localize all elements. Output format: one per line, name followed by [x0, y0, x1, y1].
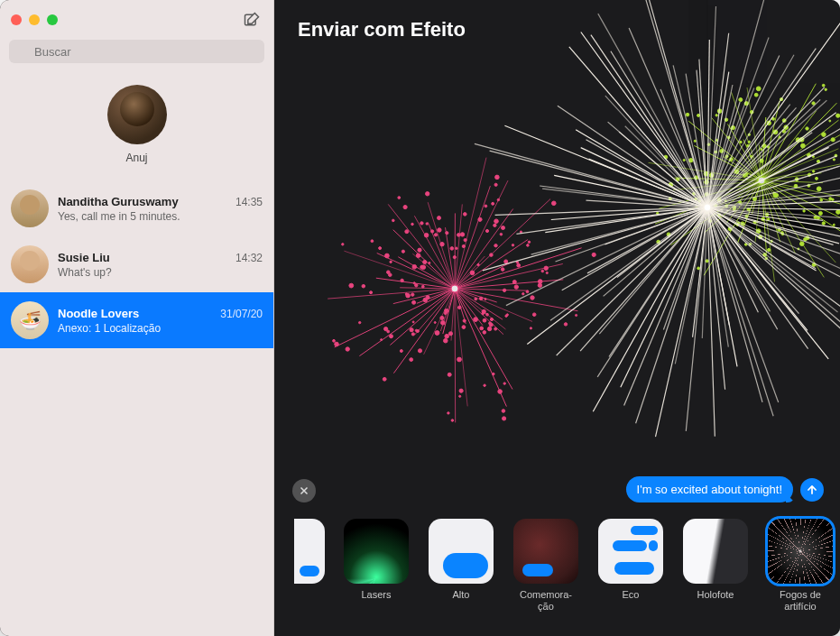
svg-line-471 — [644, 0, 707, 207]
conversation-time: 14:35 — [235, 196, 263, 208]
svg-point-354 — [485, 229, 488, 232]
svg-line-199 — [455, 289, 532, 321]
svg-line-437 — [587, 207, 707, 273]
svg-line-444 — [516, 207, 707, 234]
svg-line-440 — [605, 207, 707, 244]
svg-line-393 — [707, 207, 839, 244]
svg-line-315 — [388, 204, 455, 289]
fullscreen-window-button[interactable] — [47, 14, 58, 25]
effect-item-comemoracao[interactable]: Comemora- ção — [512, 519, 579, 613]
svg-point-252 — [410, 358, 413, 362]
svg-line-150 — [762, 132, 780, 180]
svg-point-88 — [706, 192, 709, 196]
svg-point-180 — [813, 171, 815, 172]
pinned-conversation[interactable]: Anuj — [0, 72, 273, 180]
svg-line-166 — [762, 120, 839, 180]
svg-point-298 — [385, 253, 390, 258]
effect-title: Enviar com Efeito — [298, 18, 466, 41]
pinned-name: Anuj — [125, 152, 147, 164]
svg-line-319 — [414, 216, 455, 289]
svg-point-313 — [392, 219, 395, 222]
svg-point-153 — [779, 136, 780, 138]
svg-line-409 — [707, 207, 758, 312]
svg-point-317 — [411, 223, 414, 226]
svg-line-363 — [455, 199, 550, 290]
svg-line-478 — [707, 6, 716, 207]
svg-line-423 — [636, 207, 707, 423]
svg-line-22 — [762, 180, 785, 202]
svg-line-506 — [707, 199, 840, 207]
effects-strip[interactable]: Lasers Alto Comemora- ção — [274, 510, 840, 636]
effect-label: Comemora- ção — [520, 589, 572, 613]
svg-line-30 — [762, 180, 824, 277]
svg-line-375 — [455, 248, 582, 289]
svg-point-362 — [490, 253, 494, 257]
svg-point-232 — [459, 389, 463, 392]
effect-item-holofote[interactable]: Holofote — [682, 519, 749, 613]
svg-line-339 — [455, 204, 462, 289]
close-effect-button[interactable] — [292, 479, 316, 502]
svg-point-148 — [782, 119, 786, 123]
svg-point-56 — [745, 215, 748, 217]
svg-point-387 — [451, 285, 458, 292]
conversation-item[interactable]: Nanditha Guruswamy 14:35 Yes, call me in… — [0, 180, 273, 236]
svg-point-250 — [444, 312, 447, 315]
svg-point-95 — [704, 171, 708, 176]
svg-point-322 — [426, 223, 428, 225]
svg-point-294 — [401, 279, 403, 281]
svg-point-278 — [423, 298, 428, 302]
minimize-window-button[interactable] — [29, 14, 40, 25]
svg-line-462 — [625, 126, 707, 207]
svg-point-124 — [731, 126, 734, 130]
svg-point-103 — [745, 173, 748, 176]
svg-point-273 — [333, 339, 336, 342]
conversation-preview: Yes, call me in 5 minutes. — [58, 210, 263, 223]
main-panel: Enviar com Efeito — [274, 0, 840, 636]
svg-line-162 — [762, 103, 836, 180]
svg-point-72 — [717, 214, 720, 217]
svg-line-231 — [455, 289, 467, 406]
svg-point-224 — [502, 410, 505, 413]
svg-line-396 — [707, 207, 840, 301]
svg-line-390 — [707, 207, 840, 237]
search-input[interactable] — [9, 40, 264, 63]
svg-point-113 — [730, 158, 734, 161]
svg-point-310 — [416, 253, 420, 258]
svg-point-189 — [522, 293, 524, 295]
svg-line-503 — [707, 171, 840, 207]
svg-point-175 — [817, 160, 819, 162]
svg-point-345 — [494, 183, 497, 186]
svg-point-177 — [835, 154, 837, 157]
svg-point-302 — [371, 240, 374, 243]
svg-point-318 — [403, 206, 407, 209]
conversation-item[interactable]: Susie Liu 14:32 What's up? — [0, 236, 273, 292]
svg-line-18 — [762, 180, 840, 232]
svg-point-49 — [756, 229, 761, 234]
svg-point-220 — [493, 373, 495, 375]
svg-line-291 — [376, 278, 455, 289]
svg-point-316 — [398, 197, 401, 199]
svg-line-402 — [707, 207, 840, 340]
svg-line-191 — [455, 289, 577, 311]
effect-item-lasers[interactable]: Lasers — [343, 519, 410, 613]
effect-item-fogos[interactable]: Fogos de artifício — [767, 519, 834, 613]
svg-point-340 — [464, 239, 466, 242]
close-window-button[interactable] — [11, 14, 22, 25]
svg-point-37 — [781, 233, 783, 235]
svg-point-84 — [657, 212, 659, 214]
conversation-item[interactable]: 🍜 Noodle Lovers 31/07/20 Anexo: 1 Locali… — [0, 292, 273, 348]
svg-point-47 — [763, 253, 767, 257]
svg-line-429 — [609, 207, 707, 357]
svg-point-200 — [505, 315, 507, 317]
send-button[interactable] — [800, 478, 824, 502]
svg-point-188 — [503, 289, 505, 291]
compose-button[interactable] — [241, 9, 263, 31]
avatar: 🍜 — [11, 301, 49, 339]
svg-line-102 — [734, 172, 762, 180]
effect-item-partial[interactable] — [294, 519, 325, 613]
effect-item-alto[interactable]: Alto — [428, 519, 494, 613]
svg-point-41 — [766, 213, 769, 216]
conversation-name: Nanditha Guruswamy — [58, 195, 179, 208]
svg-line-433 — [604, 207, 707, 296]
effect-item-eco[interactable]: Eco — [597, 519, 664, 613]
